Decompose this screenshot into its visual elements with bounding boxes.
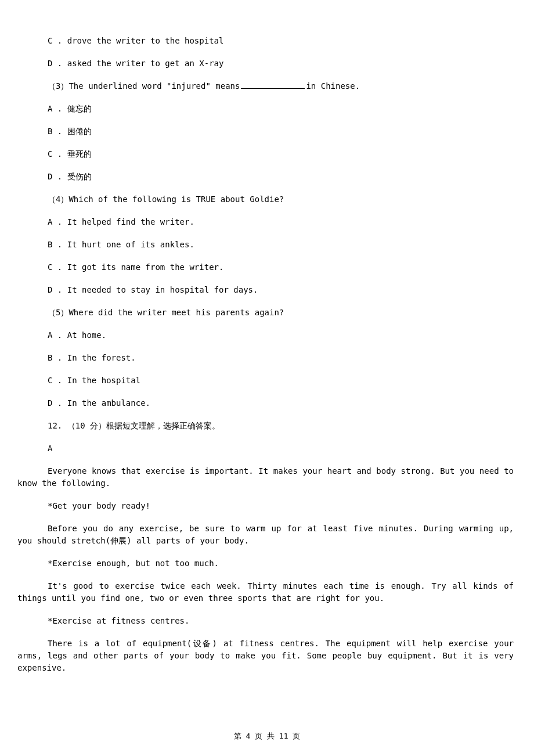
passage-h3: *Exercise at fitness centres. [17,615,517,627]
page-footer: 第 4 页 共 11 页 [0,730,534,742]
q3-option-a: A . 健忘的 [17,103,517,115]
passage-h1: *Get your body ready! [17,500,517,512]
blank-line [241,81,305,89]
passage-h2: *Exercise enough, but not too much. [17,557,517,570]
option-d-prev: D . asked the writer to get an X-ray [17,57,517,70]
q5-option-c: C . In the hospital [17,375,517,387]
question-3-stem: （3）The underlined word "injured" meansin… [17,80,517,92]
passage-p4: There is a lot of equipment(设备) at fitne… [17,638,517,674]
q5-option-b: B . In the forest. [17,352,517,364]
question-12-letter: A [17,442,517,455]
q4-option-b: B . It hurt one of its ankles. [17,239,517,251]
q5-option-d: D . In the ambulance. [17,397,517,409]
q4-option-d: D . It needed to stay in hospital for da… [17,284,517,296]
option-c-prev: C . drove the writer to the hospital [17,35,517,47]
q3-option-c: C . 垂死的 [17,148,517,160]
passage-p3: It's good to exercise twice each week. T… [17,580,517,604]
q3-suffix: in Chinese. [306,81,360,91]
q4-option-a: A . It helped find the writer. [17,216,517,228]
q4-option-c: C . It got its name from the writer. [17,261,517,273]
q3-option-d: D . 受伤的 [17,171,517,183]
q5-option-a: A . At home. [17,329,517,341]
question-12-header: 12. （10 分）根据短文理解，选择正确答案。 [17,420,517,432]
question-4-stem: （4）Which of the following is TRUE about … [17,193,517,206]
question-5-stem: （5）Where did the writer meet his parents… [17,307,517,319]
q3-prefix: （3）The underlined word "injured" means [48,81,240,91]
passage-p1: Everyone knows that exercise is importan… [17,465,517,489]
q3-option-b: B . 困倦的 [17,125,517,138]
passage-p2: Before you do any exercise, be sure to w… [17,523,517,547]
